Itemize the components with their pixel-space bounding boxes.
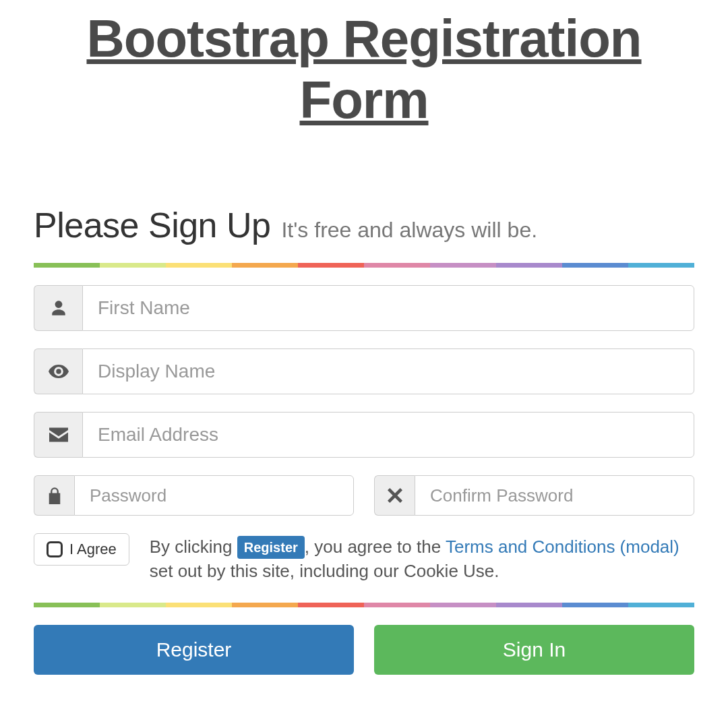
agree-button[interactable]: I Agree bbox=[34, 533, 129, 566]
legal-t1: By clicking bbox=[150, 537, 237, 557]
first-name-input[interactable] bbox=[82, 285, 694, 331]
email-group bbox=[34, 412, 694, 458]
sign-in-button[interactable]: Sign In bbox=[374, 625, 694, 675]
legal-text: By clicking Register, you agree to the T… bbox=[150, 533, 694, 584]
display-name-input[interactable] bbox=[82, 348, 694, 394]
page-title: Bootstrap Registration Form bbox=[34, 8, 694, 131]
rainbow-divider bbox=[34, 263, 694, 268]
confirm-password-input[interactable] bbox=[415, 475, 694, 516]
legal-t2: , you agree to the bbox=[305, 537, 446, 557]
rainbow-divider-bottom bbox=[34, 603, 694, 607]
terms-link[interactable]: Terms and Conditions (modal) bbox=[446, 537, 679, 557]
display-name-group bbox=[34, 348, 694, 394]
legal-t3: set out by this site, including our Cook… bbox=[150, 561, 499, 581]
confirm-password-group bbox=[374, 475, 694, 516]
close-icon bbox=[374, 475, 415, 516]
first-name-group bbox=[34, 285, 694, 331]
lock-icon bbox=[34, 475, 74, 516]
password-input[interactable] bbox=[74, 475, 354, 516]
checkbox-icon bbox=[47, 541, 63, 557]
email-input[interactable] bbox=[82, 412, 694, 458]
user-icon bbox=[34, 285, 82, 331]
form-subheading: It's free and always will be. bbox=[281, 218, 537, 243]
agree-label: I Agree bbox=[69, 541, 117, 558]
register-badge: Register bbox=[237, 536, 305, 559]
register-button[interactable]: Register bbox=[34, 625, 354, 675]
password-group bbox=[34, 475, 354, 516]
envelope-icon bbox=[34, 412, 82, 458]
eye-icon bbox=[34, 348, 82, 394]
form-heading: Please Sign Up bbox=[34, 205, 270, 245]
form-heading-row: Please Sign Up It's free and always will… bbox=[34, 205, 694, 245]
